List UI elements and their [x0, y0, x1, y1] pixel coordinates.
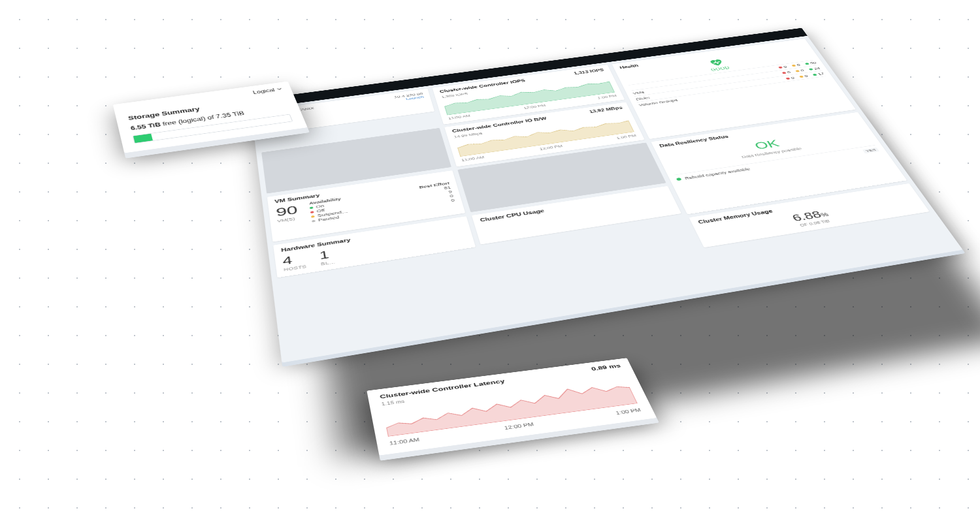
- health-row-0-yellow: 0: [796, 63, 800, 67]
- iops-tick-1: 12:00 PM: [523, 104, 546, 110]
- iops-tick-0: 11:00 AM: [448, 114, 470, 120]
- chevron-down-icon: [276, 87, 283, 91]
- iobw-tick-1: 12:00 PM: [539, 144, 563, 151]
- health-row-0-red: 0: [783, 65, 787, 69]
- iobw-tick-2: 1:00 PM: [616, 134, 637, 140]
- latency-tick-1: 12:00 PM: [504, 422, 535, 431]
- rebuild-label: Rebuild capacity available: [684, 166, 751, 180]
- latency-tick-2: 1:00 PM: [615, 407, 642, 415]
- storage-mode-dropdown[interactable]: Logical: [252, 86, 283, 95]
- iobw-tick-0: 11:00 AM: [461, 155, 485, 163]
- storage-free-val: 6.55 TiB: [130, 121, 161, 131]
- rebuild-dot-icon: [676, 178, 682, 181]
- storage-usage-fill: [133, 134, 153, 143]
- health-row-0-green: 90: [809, 61, 817, 65]
- storage-free-total: 7.35 TiB: [215, 110, 245, 120]
- health-row-1-red: 0: [787, 71, 791, 74]
- latency-tick-0: 11:00 AM: [389, 437, 420, 446]
- health-row-1-yellow: 0: [800, 69, 805, 72]
- health-row-1-green: 24: [813, 67, 821, 71]
- health-row-2-red: 0: [790, 76, 795, 79]
- storage-mode-label: Logical: [252, 87, 276, 95]
- rebuild-yes: YES: [862, 148, 879, 153]
- health-row-2-green: 17: [817, 72, 825, 76]
- iops-tick-2: 1:00 PM: [597, 94, 617, 100]
- health-row-2-yellow: 0: [804, 74, 809, 78]
